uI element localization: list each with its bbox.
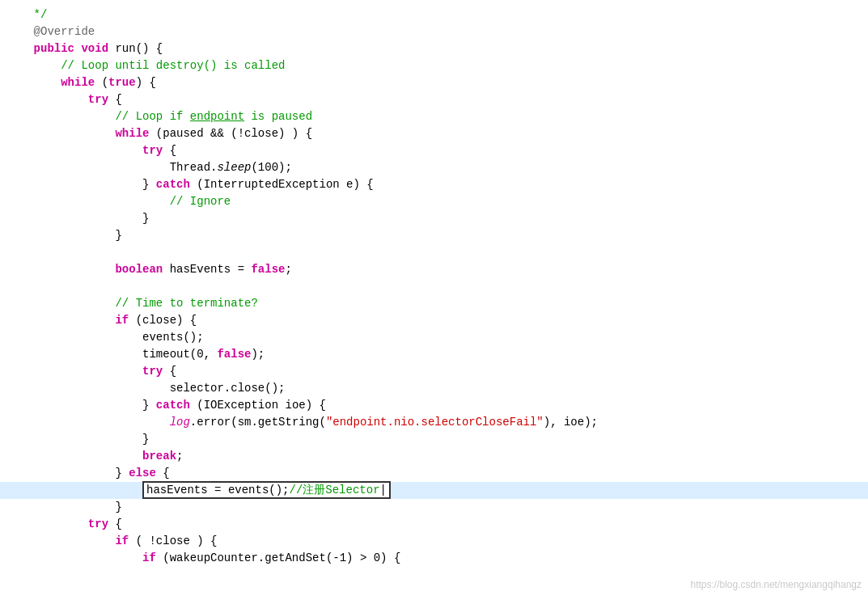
code-line: public void run() { (0, 40, 868, 57)
code-line: // Ignore (0, 193, 868, 210)
code-line: selector.close(); (0, 380, 868, 397)
code-line: } catch (IOException ioe) { (0, 397, 868, 414)
code-line: try { (0, 91, 868, 108)
code-line: if ( !close ) { (0, 533, 868, 550)
code-line: events(); (0, 329, 868, 346)
code-line: */ (0, 6, 868, 23)
code-line: hasEvents = events();//注册Selector| (0, 482, 868, 499)
code-line: if (close) { (0, 312, 868, 329)
code-line: } (0, 499, 868, 516)
code-line: break; (0, 448, 868, 465)
code-line: // Time to terminate? (0, 295, 868, 312)
code-line: try { (0, 363, 868, 380)
code-line: if (wakeupCounter.getAndSet(-1) > 0) { (0, 550, 868, 567)
code-line: try { (0, 516, 868, 533)
code-line: try { (0, 142, 868, 159)
code-line: log.error(sm.getString("endpoint.nio.sel… (0, 414, 868, 431)
code-line (0, 244, 868, 261)
code-line: timeout(0, false); (0, 346, 868, 363)
code-line: } (0, 227, 868, 244)
code-line: boolean hasEvents = false; (0, 261, 868, 278)
code-line: } else { (0, 465, 868, 482)
code-line: // Loop until destroy() is called (0, 57, 868, 74)
code-editor: */ @Override public void run() { // Loop… (0, 0, 868, 600)
code-line: while (paused && (!close) ) { (0, 125, 868, 142)
code-line: // Loop if endpoint is paused (0, 108, 868, 125)
code-line: Thread.sleep(100); (0, 159, 868, 176)
code-line: @Override (0, 23, 868, 40)
code-line: } catch (InterruptedException e) { (0, 176, 868, 193)
code-line: } (0, 431, 868, 448)
code-line: while (true) { (0, 74, 868, 91)
code-line: } (0, 210, 868, 227)
code-line (0, 278, 868, 295)
watermark: https://blog.csdn.net/mengxiangqihangz (691, 577, 862, 592)
code-content: */ @Override public void run() { // Loop… (0, 6, 868, 567)
